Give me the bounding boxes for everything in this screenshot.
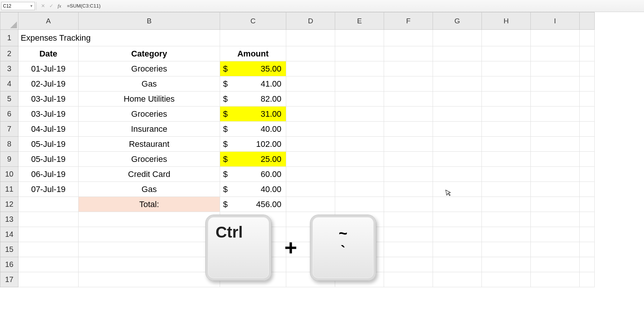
amount-cell[interactable]: $40.00 <box>220 122 286 137</box>
cell[interactable] <box>482 61 531 76</box>
cell[interactable] <box>18 272 79 287</box>
col-header[interactable]: A <box>18 12 79 30</box>
cell[interactable] <box>384 122 433 137</box>
cell[interactable] <box>580 107 595 122</box>
cell[interactable] <box>531 197 580 212</box>
date-cell[interactable]: 05-Jul-19 <box>18 137 79 152</box>
col-header[interactable]: E <box>335 12 384 30</box>
cell[interactable] <box>580 242 595 257</box>
cell[interactable] <box>580 137 595 152</box>
cell[interactable] <box>433 91 482 107</box>
date-cell[interactable]: 07-Jul-19 <box>18 182 79 197</box>
cell[interactable] <box>384 257 433 272</box>
cancel-icon[interactable]: ✕ <box>39 3 47 9</box>
col-header[interactable]: F <box>384 12 433 30</box>
name-box-dropdown-icon[interactable]: ▼ <box>30 4 33 8</box>
total-label-cell[interactable]: Total: <box>79 197 220 212</box>
row-header[interactable]: 3 <box>0 61 18 76</box>
cell[interactable] <box>482 152 531 167</box>
cell[interactable] <box>335 30 384 46</box>
cell[interactable] <box>18 227 79 242</box>
cell[interactable] <box>531 137 580 152</box>
cell[interactable] <box>335 76 384 91</box>
amount-cell[interactable]: $456.00 <box>220 197 286 212</box>
cell[interactable] <box>531 152 580 167</box>
cell[interactable] <box>531 272 580 287</box>
cell[interactable] <box>531 242 580 257</box>
cell[interactable] <box>580 227 595 242</box>
cell[interactable] <box>580 257 595 272</box>
cell[interactable] <box>531 46 580 61</box>
cell[interactable] <box>335 61 384 76</box>
cell[interactable] <box>580 76 595 91</box>
date-cell[interactable]: 04-Jul-19 <box>18 122 79 137</box>
cell[interactable] <box>335 46 384 61</box>
enter-icon[interactable]: ✓ <box>47 3 55 9</box>
cell[interactable] <box>531 167 580 182</box>
date-cell[interactable]: 05-Jul-19 <box>18 152 79 167</box>
row-header[interactable]: 8 <box>0 137 18 152</box>
row-header[interactable]: 12 <box>0 197 18 212</box>
cell[interactable] <box>79 227 220 242</box>
cell[interactable] <box>433 167 482 182</box>
cell[interactable] <box>286 122 335 137</box>
cell[interactable] <box>384 137 433 152</box>
cell[interactable] <box>531 76 580 91</box>
amount-cell[interactable]: $31.00 <box>220 107 286 122</box>
cell[interactable] <box>433 107 482 122</box>
category-cell[interactable]: Groceries <box>79 107 220 122</box>
cell[interactable] <box>482 76 531 91</box>
cell[interactable] <box>531 227 580 242</box>
cell[interactable] <box>384 167 433 182</box>
cell[interactable] <box>482 212 531 227</box>
date-cell[interactable]: 02-Jul-19 <box>18 76 79 91</box>
cell[interactable] <box>482 122 531 137</box>
col-header[interactable]: G <box>433 12 482 30</box>
date-cell[interactable]: 01-Jul-19 <box>18 61 79 76</box>
row-header[interactable]: 10 <box>0 167 18 182</box>
category-cell[interactable]: Groceries <box>79 152 220 167</box>
amount-cell[interactable]: $25.00 <box>220 152 286 167</box>
cell[interactable] <box>220 30 286 46</box>
row-header[interactable]: 1 <box>0 30 18 46</box>
col-header[interactable]: H <box>482 12 531 30</box>
cell[interactable] <box>335 152 384 167</box>
row-header[interactable]: 14 <box>0 227 18 242</box>
cell[interactable] <box>384 46 433 61</box>
cell[interactable] <box>433 272 482 287</box>
cell[interactable] <box>482 197 531 212</box>
cell[interactable] <box>433 46 482 61</box>
cell[interactable] <box>79 212 220 227</box>
cell[interactable] <box>18 257 79 272</box>
cell[interactable] <box>286 76 335 91</box>
amount-cell[interactable]: $35.00 <box>220 61 286 76</box>
row-header[interactable]: 13 <box>0 212 18 227</box>
cell[interactable] <box>433 227 482 242</box>
cell[interactable] <box>286 197 335 212</box>
cell[interactable] <box>531 257 580 272</box>
cell[interactable] <box>433 30 482 46</box>
row-header[interactable]: 9 <box>0 152 18 167</box>
cell[interactable] <box>384 227 433 242</box>
cell[interactable] <box>335 91 384 107</box>
cell[interactable] <box>79 242 220 257</box>
cell[interactable] <box>580 91 595 107</box>
cell[interactable] <box>335 122 384 137</box>
cell[interactable] <box>286 46 335 61</box>
cell[interactable] <box>433 76 482 91</box>
cell[interactable] <box>433 137 482 152</box>
row-header[interactable]: 4 <box>0 76 18 91</box>
cell[interactable] <box>286 137 335 152</box>
header-cell[interactable]: Amount <box>220 46 286 61</box>
cell[interactable] <box>482 257 531 272</box>
cell[interactable] <box>531 61 580 76</box>
amount-cell[interactable]: $102.00 <box>220 137 286 152</box>
row-header[interactable]: 7 <box>0 122 18 137</box>
cell[interactable] <box>482 227 531 242</box>
cell[interactable] <box>482 182 531 197</box>
cell[interactable] <box>384 61 433 76</box>
cell[interactable] <box>580 152 595 167</box>
cell[interactable] <box>18 212 79 227</box>
name-box[interactable]: C12 ▼ <box>1 2 35 10</box>
cell[interactable] <box>531 122 580 137</box>
